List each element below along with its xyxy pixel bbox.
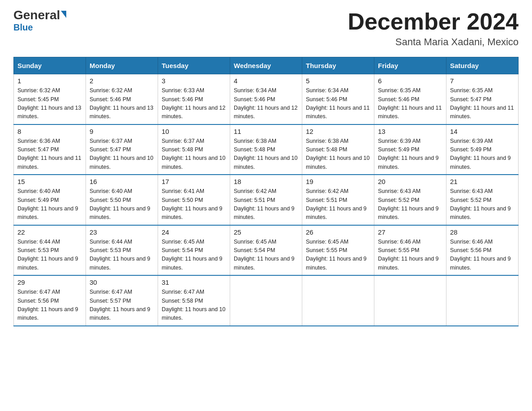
table-row <box>446 275 519 326</box>
day-number: 13 <box>378 128 442 135</box>
table-row: 30Sunrise: 6:47 AMSunset: 5:57 PMDayligh… <box>86 275 158 326</box>
table-row: 10Sunrise: 6:37 AMSunset: 5:48 PMDayligh… <box>158 124 230 175</box>
day-info: Sunrise: 6:40 AMSunset: 5:50 PMDaylight:… <box>90 187 154 222</box>
day-number: 18 <box>234 178 298 185</box>
calendar-table: Sunday Monday Tuesday Wednesday Thursday… <box>13 57 519 326</box>
day-number: 12 <box>306 128 370 135</box>
day-info: Sunrise: 6:37 AMSunset: 5:48 PMDaylight:… <box>162 137 226 172</box>
day-number: 10 <box>162 128 226 135</box>
table-row: 15Sunrise: 6:40 AMSunset: 5:49 PMDayligh… <box>14 175 86 225</box>
day-info: Sunrise: 6:45 AMSunset: 5:54 PMDaylight:… <box>234 238 298 273</box>
day-info: Sunrise: 6:42 AMSunset: 5:51 PMDaylight:… <box>234 187 298 222</box>
table-row <box>302 275 374 326</box>
day-info: Sunrise: 6:38 AMSunset: 5:48 PMDaylight:… <box>306 137 370 172</box>
day-number: 20 <box>378 178 442 185</box>
day-info: Sunrise: 6:35 AMSunset: 5:47 PMDaylight:… <box>450 86 515 121</box>
day-number: 25 <box>234 228 298 236</box>
table-row: 28Sunrise: 6:46 AMSunset: 5:56 PMDayligh… <box>446 225 519 276</box>
day-info: Sunrise: 6:37 AMSunset: 5:47 PMDaylight:… <box>90 137 154 172</box>
day-number: 4 <box>234 77 298 85</box>
day-info: Sunrise: 6:45 AMSunset: 5:55 PMDaylight:… <box>306 238 370 273</box>
calendar-week-row: 8Sunrise: 6:36 AMSunset: 5:47 PMDaylight… <box>14 124 519 175</box>
day-number: 28 <box>450 228 515 236</box>
day-info: Sunrise: 6:39 AMSunset: 5:49 PMDaylight:… <box>450 137 515 172</box>
day-number: 8 <box>17 128 82 135</box>
table-row: 22Sunrise: 6:44 AMSunset: 5:53 PMDayligh… <box>14 225 86 276</box>
table-row: 21Sunrise: 6:43 AMSunset: 5:52 PMDayligh… <box>446 175 519 225</box>
day-number: 6 <box>378 77 442 85</box>
day-info: Sunrise: 6:46 AMSunset: 5:56 PMDaylight:… <box>450 238 515 273</box>
table-row: 7Sunrise: 6:35 AMSunset: 5:47 PMDaylight… <box>446 74 519 124</box>
day-number: 17 <box>162 178 226 185</box>
day-number: 30 <box>90 278 154 286</box>
day-number: 27 <box>378 228 442 236</box>
day-info: Sunrise: 6:34 AMSunset: 5:46 PMDaylight:… <box>306 86 370 121</box>
day-number: 9 <box>90 128 154 135</box>
day-number: 31 <box>162 278 226 286</box>
day-number: 2 <box>90 77 154 85</box>
table-row: 29Sunrise: 6:47 AMSunset: 5:56 PMDayligh… <box>14 275 86 326</box>
logo: General Blue <box>13 9 66 33</box>
day-number: 21 <box>450 178 515 185</box>
col-friday: Friday <box>374 57 446 74</box>
day-info: Sunrise: 6:39 AMSunset: 5:49 PMDaylight:… <box>378 137 442 172</box>
day-info: Sunrise: 6:41 AMSunset: 5:50 PMDaylight:… <box>162 187 226 222</box>
day-number: 3 <box>162 77 226 85</box>
day-info: Sunrise: 6:40 AMSunset: 5:49 PMDaylight:… <box>17 187 82 222</box>
day-number: 16 <box>90 178 154 185</box>
col-saturday: Saturday <box>446 57 519 74</box>
day-number: 14 <box>450 128 515 135</box>
table-row: 12Sunrise: 6:38 AMSunset: 5:48 PMDayligh… <box>302 124 374 175</box>
day-info: Sunrise: 6:43 AMSunset: 5:52 PMDaylight:… <box>378 187 442 222</box>
calendar-week-row: 22Sunrise: 6:44 AMSunset: 5:53 PMDayligh… <box>14 225 519 276</box>
day-info: Sunrise: 6:34 AMSunset: 5:46 PMDaylight:… <box>234 86 298 121</box>
table-row: 24Sunrise: 6:45 AMSunset: 5:54 PMDayligh… <box>158 225 230 276</box>
table-row: 3Sunrise: 6:33 AMSunset: 5:46 PMDaylight… <box>158 74 230 124</box>
table-row: 31Sunrise: 6:47 AMSunset: 5:58 PMDayligh… <box>158 275 230 326</box>
table-row <box>230 275 302 326</box>
day-number: 7 <box>450 77 515 85</box>
day-info: Sunrise: 6:47 AMSunset: 5:56 PMDaylight:… <box>17 288 82 323</box>
day-info: Sunrise: 6:43 AMSunset: 5:52 PMDaylight:… <box>450 187 515 222</box>
day-number: 1 <box>17 77 82 85</box>
day-number: 26 <box>306 228 370 236</box>
table-row: 13Sunrise: 6:39 AMSunset: 5:49 PMDayligh… <box>374 124 446 175</box>
table-row: 6Sunrise: 6:35 AMSunset: 5:46 PMDaylight… <box>374 74 446 124</box>
table-row: 23Sunrise: 6:44 AMSunset: 5:53 PMDayligh… <box>86 225 158 276</box>
day-info: Sunrise: 6:42 AMSunset: 5:51 PMDaylight:… <box>306 187 370 222</box>
table-row: 1Sunrise: 6:32 AMSunset: 5:45 PMDaylight… <box>14 74 86 124</box>
day-number: 5 <box>306 77 370 85</box>
logo-blue: Blue <box>13 22 33 33</box>
calendar-week-row: 29Sunrise: 6:47 AMSunset: 5:56 PMDayligh… <box>14 275 519 326</box>
col-tuesday: Tuesday <box>158 57 230 74</box>
col-thursday: Thursday <box>302 57 374 74</box>
table-row: 27Sunrise: 6:46 AMSunset: 5:55 PMDayligh… <box>374 225 446 276</box>
table-row: 9Sunrise: 6:37 AMSunset: 5:47 PMDaylight… <box>86 124 158 175</box>
table-row <box>374 275 446 326</box>
day-info: Sunrise: 6:38 AMSunset: 5:48 PMDaylight:… <box>234 137 298 172</box>
logo-general: General <box>13 9 66 21</box>
col-wednesday: Wednesday <box>230 57 302 74</box>
day-info: Sunrise: 6:47 AMSunset: 5:58 PMDaylight:… <box>162 288 226 323</box>
col-monday: Monday <box>86 57 158 74</box>
table-row: 17Sunrise: 6:41 AMSunset: 5:50 PMDayligh… <box>158 175 230 225</box>
table-row: 20Sunrise: 6:43 AMSunset: 5:52 PMDayligh… <box>374 175 446 225</box>
day-info: Sunrise: 6:35 AMSunset: 5:46 PMDaylight:… <box>378 86 442 121</box>
day-info: Sunrise: 6:36 AMSunset: 5:47 PMDaylight:… <box>17 137 82 172</box>
table-row: 19Sunrise: 6:42 AMSunset: 5:51 PMDayligh… <box>302 175 374 225</box>
table-row: 2Sunrise: 6:32 AMSunset: 5:46 PMDaylight… <box>86 74 158 124</box>
table-row: 16Sunrise: 6:40 AMSunset: 5:50 PMDayligh… <box>86 175 158 225</box>
page-header: General Blue December 2024 Santa Maria X… <box>13 9 519 48</box>
table-row: 18Sunrise: 6:42 AMSunset: 5:51 PMDayligh… <box>230 175 302 225</box>
day-info: Sunrise: 6:44 AMSunset: 5:53 PMDaylight:… <box>90 238 154 273</box>
day-number: 11 <box>234 128 298 135</box>
table-row: 26Sunrise: 6:45 AMSunset: 5:55 PMDayligh… <box>302 225 374 276</box>
calendar-title: December 2024 <box>348 9 519 34</box>
day-info: Sunrise: 6:46 AMSunset: 5:55 PMDaylight:… <box>378 238 442 273</box>
day-number: 29 <box>17 278 82 286</box>
table-row: 14Sunrise: 6:39 AMSunset: 5:49 PMDayligh… <box>446 124 519 175</box>
day-number: 23 <box>90 228 154 236</box>
day-info: Sunrise: 6:33 AMSunset: 5:46 PMDaylight:… <box>162 86 226 121</box>
day-number: 22 <box>17 228 82 236</box>
table-row: 8Sunrise: 6:36 AMSunset: 5:47 PMDaylight… <box>14 124 86 175</box>
